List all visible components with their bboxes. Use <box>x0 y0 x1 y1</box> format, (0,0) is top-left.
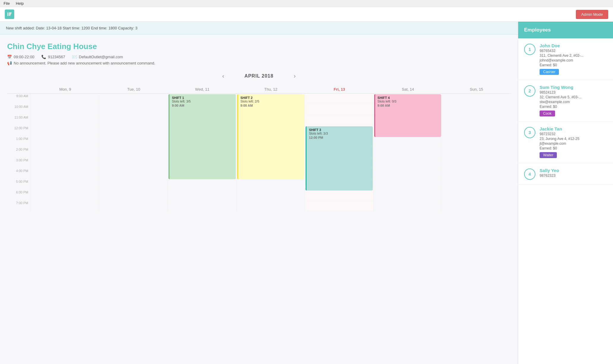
prev-month-button[interactable]: ‹ <box>220 71 227 81</box>
employee-number-4: 4 <box>524 168 535 180</box>
shift2-time: 9:00 AM <box>241 104 302 107</box>
menu-file[interactable]: File <box>4 1 10 6</box>
shift-block-3[interactable]: SHIFT 3 Slots left: 3/3 12:00 PM <box>306 126 373 190</box>
next-month-button[interactable]: › <box>291 71 298 81</box>
announcement-icon: 📢 <box>7 61 12 65</box>
employee-address-1: 311, Clementi Ave 2, #02-... <box>540 53 607 58</box>
shift4-name: SHIFT 4 <box>378 96 439 100</box>
time-label-3: 12:00 PM <box>7 126 31 136</box>
shift3-time: 12:00 PM <box>309 136 370 139</box>
time-label-8: 5:00 PM <box>7 179 31 190</box>
menubar: File Help <box>0 0 613 7</box>
calendar-section: ‹ APRIL 2018 › Mon, 9 Tue, 10 Wed, 11 Th… <box>0 69 518 218</box>
logo-icon <box>5 10 14 19</box>
employee-earned-2: Earned: $0 <box>540 105 607 109</box>
svg-rect-3 <box>9 15 10 16</box>
employee-info-2: Sum Ting Wong 98524123 32, Clementi Ave … <box>540 85 607 116</box>
shift-block-1[interactable]: SHIFT 1 Slots left: 3/5 9:00 AM <box>169 94 236 179</box>
day-header-6: Sun, 15 <box>442 85 511 93</box>
time-grid: 9:00 AM 10:00 AM 11:00 AM 12:00 PM 1:00 … <box>7 94 511 211</box>
employee-address-2: 32, Clementi Ave 5, #03-... <box>540 95 607 99</box>
restaurant-info: Chin Chye Eating House 📅 09:00-22:00 📞 9… <box>0 35 518 69</box>
employee-info-3: Jackie Tan 98723232 23, Jurong Ave 4, #1… <box>540 126 607 158</box>
employee-earned-1: Earned: $0 <box>540 63 607 67</box>
employee-card-3[interactable]: 3 Jackie Tan 98723232 23, Jurong Ave 4, … <box>518 122 613 163</box>
shift-block-4[interactable]: SHIFT 4 Slots left: 0/3 9:00 AM <box>374 94 441 137</box>
employee-phone-1: 98765432 <box>540 49 607 53</box>
shift1-time: 9:00 AM <box>172 104 233 107</box>
employee-earned-3: Earned: $0 <box>540 146 607 150</box>
employee-address-3: 23, Jurong Ave 4, #12-25 <box>540 137 607 141</box>
employee-info-1: John Doe 98765432 311, Clementi Ave 2, #… <box>540 43 607 75</box>
time-labels: 9:00 AM 10:00 AM 11:00 AM 12:00 PM 1:00 … <box>7 94 31 211</box>
shift2-name: SHIFT 2 <box>241 96 302 100</box>
employee-email-2: stw@example.com <box>540 100 607 104</box>
phone-item: 📞 91234567 <box>41 55 65 59</box>
hours-item: 📅 09:00-22:00 <box>7 55 34 59</box>
employee-email-3: jt@example.com <box>540 141 607 146</box>
employee-number-1: 1 <box>524 44 535 55</box>
role-badge-3: Waiter <box>540 152 557 158</box>
email-icon: ✉️ <box>72 55 77 59</box>
email-item: ✉️ DefaultOutlet@gmail.com <box>72 55 123 59</box>
shift2-slots: Slots left: 2/5 <box>241 100 302 103</box>
logo <box>5 10 14 19</box>
restaurant-name: Chin Chye Eating House <box>7 42 511 51</box>
day-header-2: Wed, 11 <box>168 85 237 93</box>
employee-name-2: Sum Ting Wong <box>540 85 607 90</box>
day-header-4: Fri, 13 <box>305 85 374 93</box>
shift4-slots: Slots left: 0/3 <box>378 100 439 103</box>
time-label-0: 9:00 AM <box>7 94 31 104</box>
shift3-name: SHIFT 3 <box>309 128 370 132</box>
employee-card-4[interactable]: 4 Sally Yeo 98762323 <box>518 163 613 185</box>
employee-phone-4: 98762323 <box>540 174 607 178</box>
phone-text: 91234567 <box>48 55 65 59</box>
employee-name-4: Sally Yeo <box>540 168 607 173</box>
day-header-3: Thu, 12 <box>237 85 305 93</box>
calendar-nav: ‹ APRIL 2018 › <box>7 71 511 81</box>
time-label-9: 6:00 PM <box>7 190 31 201</box>
admin-mode-button[interactable]: Admin Mode <box>576 10 608 19</box>
time-label-1: 10:00 AM <box>7 104 31 115</box>
announcement-row: 📢 No announcement. Please add new announ… <box>7 61 511 65</box>
employees-sidebar: Employees 1 John Doe 98765432 311, Cleme… <box>518 22 613 364</box>
time-label-2: 11:00 AM <box>7 115 31 126</box>
time-label-10: 7:00 PM <box>7 201 31 211</box>
role-badge-2: Cook <box>540 111 555 116</box>
calendar-month: APRIL 2018 <box>244 73 274 79</box>
shift1-name: SHIFT 1 <box>172 96 233 100</box>
time-label-5: 2:00 PM <box>7 147 31 158</box>
time-label-6: 3:00 PM <box>7 158 31 168</box>
info-row: 📅 09:00-22:00 📞 91234567 ✉️ DefaultOutle… <box>7 55 511 59</box>
employee-number-2: 2 <box>524 85 535 97</box>
employee-phone-2: 98524123 <box>540 90 607 94</box>
day-headers: Mon, 9 Tue, 10 Wed, 11 Thu, 12 Fri, 13 S… <box>7 85 511 94</box>
employee-card-1[interactable]: 1 John Doe 98765432 311, Clementi Ave 2,… <box>518 38 613 80</box>
notification-text: New shift added: Date: 13-04-18 Start ti… <box>6 26 137 30</box>
phone-icon: 📞 <box>41 55 46 59</box>
left-content: New shift added: Date: 13-04-18 Start ti… <box>0 22 518 364</box>
hours-text: 09:00-22:00 <box>14 55 34 59</box>
menu-help[interactable]: Help <box>16 1 24 6</box>
day-header-5: Sat, 14 <box>374 85 442 93</box>
day-col-5: SHIFT 4 Slots left: 0/3 9:00 AM <box>374 94 442 211</box>
employee-email-1: johnd@example.com <box>540 58 607 62</box>
calendar-grid: Mon, 9 Tue, 10 Wed, 11 Thu, 12 Fri, 13 S… <box>7 85 511 211</box>
email-text: DefaultOutlet@gmail.com <box>79 55 123 59</box>
shift4-time: 9:00 AM <box>378 104 439 107</box>
day-col-2: SHIFT 1 Slots left: 3/5 9:00 AM <box>168 94 237 211</box>
employee-card-2[interactable]: 2 Sum Ting Wong 98524123 32, Clementi Av… <box>518 80 613 122</box>
employee-name-1: John Doe <box>540 43 607 48</box>
shift3-slots: Slots left: 3/3 <box>309 132 370 135</box>
employee-info-4: Sally Yeo 98762323 <box>540 168 607 178</box>
day-header-0: Mon, 9 <box>31 85 100 93</box>
svg-rect-1 <box>9 12 12 13</box>
day-col-6 <box>442 94 511 211</box>
employee-name-3: Jackie Tan <box>540 126 607 131</box>
day-header-1: Tue, 10 <box>100 85 168 93</box>
day-col-0 <box>31 94 100 211</box>
employee-phone-3: 98723232 <box>540 132 607 136</box>
employees-list: 1 John Doe 98765432 311, Clementi Ave 2,… <box>518 38 613 364</box>
shift-block-2[interactable]: SHIFT 2 Slots left: 2/5 9:00 AM <box>237 94 304 179</box>
day-col-1 <box>100 94 168 211</box>
